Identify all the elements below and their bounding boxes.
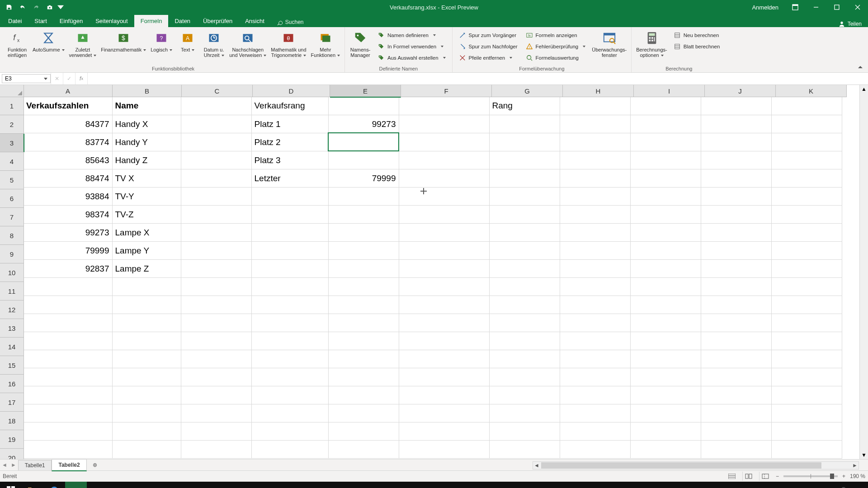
cell-A18[interactable]	[24, 404, 112, 422]
ribbon-tab-überprüfen[interactable]: Überprüfen	[197, 15, 239, 27]
cell-K11[interactable]	[771, 277, 842, 296]
cell-H10[interactable]	[560, 259, 630, 277]
cell-B7[interactable]: TV-Z	[112, 205, 181, 223]
cell-A6[interactable]: 93884	[24, 187, 112, 205]
save-icon[interactable]	[3, 1, 15, 14]
cell-C1[interactable]	[181, 97, 251, 115]
page-layout-view-icon[interactable]	[742, 472, 755, 481]
sheet-tab-tabelle2[interactable]: Tabelle2	[52, 459, 86, 471]
cell-E20[interactable]	[328, 440, 399, 458]
cell-D9[interactable]	[251, 241, 328, 259]
row-header-19[interactable]: 19	[0, 430, 24, 449]
cell-D8[interactable]	[251, 223, 328, 241]
row-header-9[interactable]: 9	[0, 245, 24, 263]
cell-H5[interactable]	[560, 169, 630, 187]
sheet-nav-next-icon[interactable]: ►	[11, 462, 16, 468]
column-header-B[interactable]: B	[113, 85, 182, 97]
column-header-C[interactable]: C	[182, 85, 253, 97]
close-icon[interactable]	[847, 0, 868, 14]
cell-E7[interactable]	[328, 205, 399, 223]
cell-F13[interactable]	[399, 314, 489, 332]
cell-C20[interactable]	[181, 440, 251, 458]
sheet-nav-prev-icon[interactable]: ◄	[2, 462, 7, 468]
zoom-slider[interactable]	[783, 475, 838, 477]
cell-D12[interactable]	[251, 296, 328, 314]
cell-I5[interactable]	[630, 169, 701, 187]
cell-G16[interactable]	[489, 368, 560, 386]
cell-G10[interactable]	[489, 259, 560, 277]
cell-D15[interactable]	[251, 350, 328, 368]
cell-B1[interactable]: Name	[112, 97, 181, 115]
page-break-view-icon[interactable]	[759, 472, 771, 481]
cell-C8[interactable]	[181, 223, 251, 241]
cell-C10[interactable]	[181, 259, 251, 277]
row-header-8[interactable]: 8	[0, 226, 24, 245]
scroll-up-icon[interactable]: ▲	[860, 85, 868, 93]
cell-H9[interactable]	[560, 241, 630, 259]
row-header-15[interactable]: 15	[0, 356, 24, 375]
audit-btn-spur-zum-nachfolger[interactable]: Spur zum Nachfolger	[457, 41, 519, 52]
scroll-right-icon[interactable]: ►	[851, 462, 859, 469]
cell-I1[interactable]	[630, 97, 701, 115]
cell-I12[interactable]	[630, 296, 701, 314]
defname-btn-0[interactable]: Namen definieren	[376, 30, 448, 40]
cell-G19[interactable]	[489, 422, 560, 440]
cell-J17[interactable]	[701, 386, 771, 404]
cell-J16[interactable]	[701, 368, 771, 386]
row-header-20[interactable]: 20	[0, 449, 24, 459]
cell-H1[interactable]	[560, 97, 630, 115]
cell-F14[interactable]	[399, 332, 489, 350]
cell-I9[interactable]	[630, 241, 701, 259]
cell-F9[interactable]	[399, 241, 489, 259]
cell-G17[interactable]	[489, 386, 560, 404]
zoom-out-icon[interactable]: −	[776, 473, 779, 479]
cell-J12[interactable]	[701, 296, 771, 314]
fnlib-button-5[interactable]: AText	[175, 29, 200, 53]
fnlib-button-4[interactable]: ?Logisch	[149, 29, 174, 53]
cell-E19[interactable]	[328, 422, 399, 440]
cell-F17[interactable]	[399, 386, 489, 404]
cell-I18[interactable]	[630, 404, 701, 422]
cell-H17[interactable]	[560, 386, 630, 404]
column-header-E[interactable]: E	[330, 85, 401, 98]
cell-H18[interactable]	[560, 404, 630, 422]
cell-F16[interactable]	[399, 368, 489, 386]
cell-C13[interactable]	[181, 314, 251, 332]
cell-D7[interactable]	[251, 205, 328, 223]
fnlib-button-2[interactable]: Zuletzt verwendet	[67, 29, 99, 59]
ribbon-tab-ansicht[interactable]: Ansicht	[239, 15, 271, 27]
column-header-H[interactable]: H	[563, 85, 634, 97]
cell-K1[interactable]	[771, 97, 842, 115]
cell-E3[interactable]	[328, 133, 399, 151]
insert-function-icon[interactable]: fx	[75, 73, 87, 84]
scroll-left-icon[interactable]: ◄	[533, 462, 540, 469]
cell-C16[interactable]	[181, 368, 251, 386]
cell-G5[interactable]	[489, 169, 560, 187]
row-header-10[interactable]: 10	[0, 263, 24, 282]
cell-I4[interactable]	[630, 151, 701, 169]
cell-C9[interactable]	[181, 241, 251, 259]
column-header-A[interactable]: A	[24, 85, 113, 97]
cell-C2[interactable]	[181, 115, 251, 133]
cell-C18[interactable]	[181, 404, 251, 422]
cell-C15[interactable]	[181, 350, 251, 368]
cell-E17[interactable]	[328, 386, 399, 404]
row-header-14[interactable]: 14	[0, 338, 24, 356]
cell-D16[interactable]	[251, 368, 328, 386]
cell-B4[interactable]: Handy Z	[112, 151, 181, 169]
cell-J7[interactable]	[701, 205, 771, 223]
cell-F11[interactable]	[399, 277, 489, 296]
cell-F1[interactable]	[399, 97, 489, 115]
cell-B19[interactable]	[112, 422, 181, 440]
cell-C5[interactable]	[181, 169, 251, 187]
cell-H13[interactable]	[560, 314, 630, 332]
cell-D6[interactable]	[251, 187, 328, 205]
fnlib-button-7[interactable]: Nachschlagen und Verweisen	[227, 29, 268, 59]
cell-F12[interactable]	[399, 296, 489, 314]
cell-A20[interactable]	[24, 440, 112, 458]
cell-C6[interactable]	[181, 187, 251, 205]
cell-J10[interactable]	[701, 259, 771, 277]
fnlib-button-8[interactable]: θMathematik und Trigonometrie	[269, 29, 308, 59]
cell-I15[interactable]	[630, 350, 701, 368]
cell-C4[interactable]	[181, 151, 251, 169]
